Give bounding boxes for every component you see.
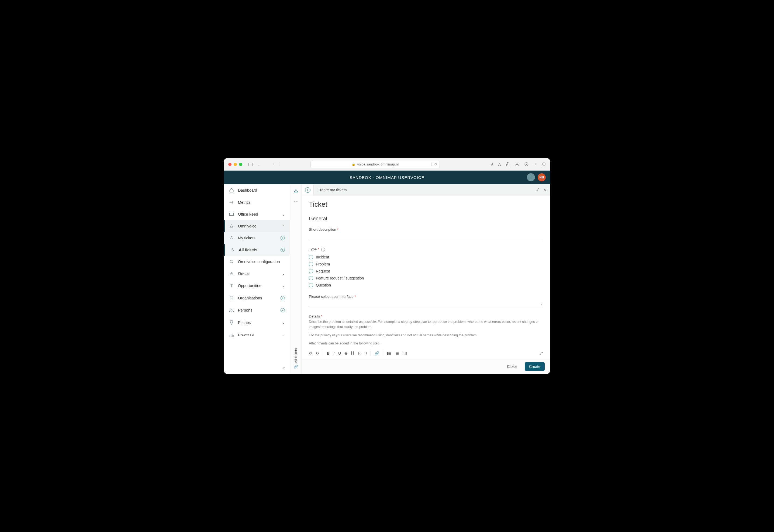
separator — [383, 351, 383, 356]
sidebar-item-power-bi[interactable]: Power BI ⌄ — [224, 329, 290, 341]
new-tab-button[interactable]: + — [302, 184, 314, 196]
add-icon[interactable]: + — [281, 248, 285, 252]
svg-rect-3 — [230, 213, 234, 216]
tabs-overview-icon[interactable] — [541, 162, 546, 167]
service-bell-icon — [229, 236, 234, 240]
close-tab-icon[interactable]: ✕ — [543, 188, 546, 192]
nav-forward-button[interactable]: 〉 — [278, 161, 284, 167]
collapse-sidebar-button[interactable]: « — [224, 362, 290, 374]
sidebar-item-persons[interactable]: Persons + — [224, 304, 290, 316]
strikethrough-icon[interactable]: S — [345, 351, 347, 355]
link-icon[interactable]: 🔗 — [375, 351, 379, 355]
close-button[interactable]: Close — [503, 362, 521, 371]
close-window-button[interactable] — [228, 163, 231, 166]
people-icon — [229, 308, 234, 312]
sidebar-item-label: Opportunities — [238, 284, 261, 288]
sidebar-item-my-tickets[interactable]: My tickets + — [224, 232, 290, 244]
minimize-window-button[interactable] — [234, 163, 237, 166]
notifications-button[interactable] — [527, 173, 535, 181]
context-rail: 🔗 All tickets — [290, 184, 302, 374]
sidebar-item-label: Organisations — [238, 296, 262, 300]
bullet-list-icon[interactable] — [387, 352, 391, 355]
type-label: Type * i — [309, 247, 543, 251]
sidebar-item-pitches[interactable]: Pitches ⌄ — [224, 316, 290, 329]
add-icon[interactable]: + — [281, 296, 285, 300]
minimize-tab-icon[interactable] — [536, 188, 540, 192]
undo-icon[interactable]: ↺ — [309, 351, 312, 355]
sidebar-item-dashboard[interactable]: Dashboard — [224, 184, 290, 196]
ui-select[interactable]: ⌄ — [309, 300, 543, 307]
url-bar[interactable]: 🔒 voice.sandbox.omnimap.nl 􀌂 ⟳ — [310, 161, 440, 168]
tab-create-ticket[interactable]: Create my tickets ✕ — [314, 184, 550, 196]
rail-expand-button[interactable] — [292, 198, 299, 205]
details-help-2: For the privacy of your users we recomme… — [309, 333, 543, 338]
sidebar-item-label: Dashboard — [238, 188, 257, 192]
type-radio-group: Incident Problem Request Feature request… — [309, 254, 543, 289]
rail-bell-button[interactable] — [292, 187, 299, 194]
radio-icon — [309, 255, 313, 259]
sidebar-item-omnivoice[interactable]: Omnivoice ⌃ — [224, 220, 290, 232]
app-title: SANDBOX - OMNIMAP USERVOICE — [350, 175, 424, 180]
link-icon: 🔗 — [294, 365, 298, 369]
url-text: voice.sandbox.omnimap.nl — [357, 162, 399, 166]
user-avatar[interactable]: NB — [538, 173, 546, 181]
bold-icon[interactable]: B — [327, 351, 330, 355]
rail-vertical-label[interactable]: 🔗 All tickets — [294, 348, 298, 369]
add-icon[interactable]: + — [281, 236, 285, 240]
sidebar-item-metrics[interactable]: Metrics — [224, 196, 290, 208]
sidebar-toggle-button[interactable] — [248, 161, 254, 167]
short-desc-input[interactable] — [309, 233, 543, 240]
building-icon — [229, 296, 234, 300]
heading1-icon[interactable]: H — [351, 351, 354, 356]
sidebar-item-organisations[interactable]: Organisations + — [224, 292, 290, 304]
redo-icon[interactable]: ↻ — [316, 351, 319, 355]
reload-icon[interactable]: ⟳ — [434, 162, 437, 166]
sliders-icon — [229, 260, 234, 264]
italic-icon[interactable]: I — [333, 351, 334, 355]
settings-gear-icon[interactable] — [515, 162, 519, 167]
share-icon[interactable] — [506, 162, 510, 167]
radio-icon — [309, 269, 313, 273]
bulb-icon — [229, 320, 234, 325]
new-tab-icon[interactable]: + — [534, 161, 537, 167]
create-button[interactable]: Create — [525, 362, 545, 371]
svg-point-6 — [232, 309, 233, 310]
radio-request[interactable]: Request — [309, 268, 543, 275]
table-icon[interactable] — [403, 352, 407, 355]
ui-select-label: Please select user interface * — [309, 295, 543, 299]
radio-feature[interactable]: Feature request / suggestion — [309, 275, 543, 282]
radio-problem[interactable]: Problem — [309, 261, 543, 268]
fullscreen-window-button[interactable] — [239, 163, 242, 166]
details-label: Details * — [309, 314, 543, 318]
heading3-icon[interactable]: H — [364, 351, 367, 355]
expand-editor-icon[interactable] — [539, 351, 543, 355]
numbered-list-icon[interactable]: 123 — [395, 352, 399, 355]
page-heading: Ticket — [309, 200, 543, 209]
reader-large-icon[interactable]: A — [498, 162, 501, 167]
svg-rect-2 — [543, 163, 545, 165]
radio-icon — [309, 283, 313, 287]
nav-back-button[interactable]: 〈 — [270, 161, 276, 167]
chart-icon — [229, 333, 234, 337]
add-icon[interactable]: + — [281, 308, 285, 312]
svg-rect-13 — [403, 352, 407, 355]
reader-small-icon[interactable]: A — [491, 163, 493, 166]
info-icon[interactable]: i — [321, 248, 325, 251]
svg-rect-4 — [230, 296, 233, 300]
sidebar-item-on-call[interactable]: On-call ⌄ — [224, 268, 290, 279]
svg-point-8 — [387, 353, 388, 354]
radio-question[interactable]: Question — [309, 282, 543, 289]
svg-point-7 — [387, 352, 388, 353]
sidebar-item-opportunities[interactable]: Opportunities ⌄ — [224, 279, 290, 292]
underline-icon[interactable]: U — [338, 351, 341, 355]
titlebar-dropdown[interactable]: ⌄ — [256, 161, 262, 167]
translate-icon[interactable]: 􀌂 — [431, 162, 432, 166]
sidebar-item-label: Persons — [238, 308, 252, 312]
radio-icon — [309, 276, 313, 280]
sidebar-item-office-feed[interactable]: Office Feed ⌄ — [224, 208, 290, 220]
sidebar-item-all-tickets[interactable]: All tickets + — [224, 244, 290, 256]
sidebar-item-omnivoice-config[interactable]: Omnivoice configuration — [224, 256, 290, 268]
radio-incident[interactable]: Incident — [309, 254, 543, 261]
heading2-icon[interactable]: H — [358, 351, 361, 355]
info-circle-icon[interactable] — [524, 162, 529, 167]
